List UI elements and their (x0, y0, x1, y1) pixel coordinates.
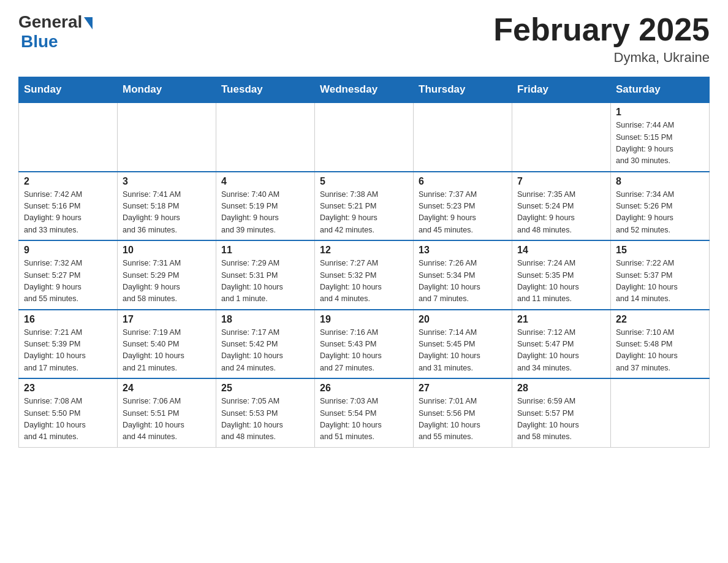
day-info: Sunrise: 7:29 AM Sunset: 5:31 PM Dayligh… (221, 258, 309, 305)
day-number: 24 (123, 383, 211, 394)
week-row-1: 1Sunrise: 7:44 AM Sunset: 5:15 PM Daylig… (19, 102, 710, 172)
day-info: Sunrise: 7:42 AM Sunset: 5:16 PM Dayligh… (24, 189, 112, 237)
calendar-cell: 17Sunrise: 7:19 AM Sunset: 5:40 PM Dayli… (118, 310, 216, 379)
day-info: Sunrise: 7:21 AM Sunset: 5:39 PM Dayligh… (24, 327, 112, 375)
week-row-3: 9Sunrise: 7:32 AM Sunset: 5:27 PM Daylig… (19, 240, 710, 310)
weekday-header-tuesday: Tuesday (216, 77, 315, 103)
calendar-cell (19, 102, 118, 172)
day-info: Sunrise: 7:14 AM Sunset: 5:45 PM Dayligh… (419, 327, 507, 375)
day-info: Sunrise: 7:34 AM Sunset: 5:26 PM Dayligh… (616, 189, 704, 237)
day-number: 13 (419, 245, 507, 256)
calendar-cell (315, 102, 414, 172)
calendar-cell: 25Sunrise: 7:05 AM Sunset: 5:53 PM Dayli… (216, 378, 315, 447)
weekday-header-sunday: Sunday (19, 77, 118, 103)
calendar-table: SundayMondayTuesdayWednesdayThursdayFrid… (18, 77, 710, 448)
weekday-header-row: SundayMondayTuesdayWednesdayThursdayFrid… (19, 77, 710, 103)
weekday-header-thursday: Thursday (414, 77, 512, 103)
day-number: 8 (616, 176, 704, 187)
day-number: 5 (320, 176, 408, 187)
day-info: Sunrise: 7:31 AM Sunset: 5:29 PM Dayligh… (123, 258, 211, 305)
day-number: 9 (24, 245, 112, 256)
calendar-cell (611, 378, 710, 447)
calendar-cell: 13Sunrise: 7:26 AM Sunset: 5:34 PM Dayli… (414, 240, 512, 310)
calendar-cell: 9Sunrise: 7:32 AM Sunset: 5:27 PM Daylig… (19, 240, 118, 310)
weekday-header-monday: Monday (118, 77, 216, 103)
calendar-cell: 15Sunrise: 7:22 AM Sunset: 5:37 PM Dayli… (611, 240, 710, 310)
day-info: Sunrise: 7:12 AM Sunset: 5:47 PM Dayligh… (517, 327, 605, 375)
logo-triangle-icon (84, 17, 93, 29)
weekday-header-saturday: Saturday (611, 77, 710, 103)
calendar-cell: 22Sunrise: 7:10 AM Sunset: 5:48 PM Dayli… (611, 310, 710, 379)
calendar-cell: 6Sunrise: 7:37 AM Sunset: 5:23 PM Daylig… (414, 172, 512, 241)
calendar-title: February 2025 (493, 12, 710, 47)
week-row-2: 2Sunrise: 7:42 AM Sunset: 5:16 PM Daylig… (19, 172, 710, 241)
day-number: 4 (221, 176, 309, 187)
day-number: 15 (616, 245, 704, 256)
day-info: Sunrise: 7:08 AM Sunset: 5:50 PM Dayligh… (24, 396, 112, 443)
weekday-header-wednesday: Wednesday (315, 77, 414, 103)
calendar-cell (512, 102, 611, 172)
day-number: 23 (24, 383, 112, 394)
day-number: 7 (517, 176, 605, 187)
calendar-cell: 26Sunrise: 7:03 AM Sunset: 5:54 PM Dayli… (315, 378, 414, 447)
day-number: 16 (24, 314, 112, 325)
day-number: 25 (221, 383, 309, 394)
day-number: 18 (221, 314, 309, 325)
week-row-5: 23Sunrise: 7:08 AM Sunset: 5:50 PM Dayli… (19, 378, 710, 447)
day-info: Sunrise: 7:10 AM Sunset: 5:48 PM Dayligh… (616, 327, 704, 375)
calendar-cell: 14Sunrise: 7:24 AM Sunset: 5:35 PM Dayli… (512, 240, 611, 310)
day-number: 22 (616, 314, 704, 325)
day-info: Sunrise: 7:17 AM Sunset: 5:42 PM Dayligh… (221, 327, 309, 375)
logo: General Blue (18, 12, 93, 52)
day-info: Sunrise: 7:03 AM Sunset: 5:54 PM Dayligh… (320, 396, 408, 443)
day-number: 28 (517, 383, 605, 394)
day-number: 20 (419, 314, 507, 325)
calendar-cell: 23Sunrise: 7:08 AM Sunset: 5:50 PM Dayli… (19, 378, 118, 447)
logo-blue-text: Blue (21, 32, 58, 52)
calendar-cell: 10Sunrise: 7:31 AM Sunset: 5:29 PM Dayli… (118, 240, 216, 310)
weekday-header-friday: Friday (512, 77, 611, 103)
logo-general-text: General (18, 12, 82, 32)
day-number: 3 (123, 176, 211, 187)
day-info: Sunrise: 7:38 AM Sunset: 5:21 PM Dayligh… (320, 189, 408, 237)
calendar-cell: 19Sunrise: 7:16 AM Sunset: 5:43 PM Dayli… (315, 310, 414, 379)
calendar-cell: 7Sunrise: 7:35 AM Sunset: 5:24 PM Daylig… (512, 172, 611, 241)
calendar-cell: 18Sunrise: 7:17 AM Sunset: 5:42 PM Dayli… (216, 310, 315, 379)
day-info: Sunrise: 7:35 AM Sunset: 5:24 PM Dayligh… (517, 189, 605, 237)
calendar-cell: 24Sunrise: 7:06 AM Sunset: 5:51 PM Dayli… (118, 378, 216, 447)
day-info: Sunrise: 7:06 AM Sunset: 5:51 PM Dayligh… (123, 396, 211, 443)
day-info: Sunrise: 7:16 AM Sunset: 5:43 PM Dayligh… (320, 327, 408, 375)
day-info: Sunrise: 7:41 AM Sunset: 5:18 PM Dayligh… (123, 189, 211, 237)
day-number: 17 (123, 314, 211, 325)
calendar-cell: 3Sunrise: 7:41 AM Sunset: 5:18 PM Daylig… (118, 172, 216, 241)
calendar-cell: 4Sunrise: 7:40 AM Sunset: 5:19 PM Daylig… (216, 172, 315, 241)
day-info: Sunrise: 7:37 AM Sunset: 5:23 PM Dayligh… (419, 189, 507, 237)
calendar-cell (216, 102, 315, 172)
day-number: 14 (517, 245, 605, 256)
day-number: 11 (221, 245, 309, 256)
day-info: Sunrise: 7:22 AM Sunset: 5:37 PM Dayligh… (616, 258, 704, 305)
day-info: Sunrise: 7:32 AM Sunset: 5:27 PM Dayligh… (24, 258, 112, 305)
day-info: Sunrise: 7:05 AM Sunset: 5:53 PM Dayligh… (221, 396, 309, 443)
day-number: 27 (419, 383, 507, 394)
day-info: Sunrise: 6:59 AM Sunset: 5:57 PM Dayligh… (517, 396, 605, 443)
day-info: Sunrise: 7:24 AM Sunset: 5:35 PM Dayligh… (517, 258, 605, 305)
calendar-cell: 21Sunrise: 7:12 AM Sunset: 5:47 PM Dayli… (512, 310, 611, 379)
calendar-cell: 28Sunrise: 6:59 AM Sunset: 5:57 PM Dayli… (512, 378, 611, 447)
day-number: 19 (320, 314, 408, 325)
title-block: February 2025 Dymka, Ukraine (493, 12, 710, 66)
calendar-cell (118, 102, 216, 172)
calendar-cell: 16Sunrise: 7:21 AM Sunset: 5:39 PM Dayli… (19, 310, 118, 379)
day-number: 10 (123, 245, 211, 256)
calendar-cell: 8Sunrise: 7:34 AM Sunset: 5:26 PM Daylig… (611, 172, 710, 241)
day-number: 12 (320, 245, 408, 256)
calendar-cell: 5Sunrise: 7:38 AM Sunset: 5:21 PM Daylig… (315, 172, 414, 241)
day-number: 6 (419, 176, 507, 187)
day-info: Sunrise: 7:01 AM Sunset: 5:56 PM Dayligh… (419, 396, 507, 443)
calendar-cell: 2Sunrise: 7:42 AM Sunset: 5:16 PM Daylig… (19, 172, 118, 241)
day-info: Sunrise: 7:40 AM Sunset: 5:19 PM Dayligh… (221, 189, 309, 237)
day-info: Sunrise: 7:19 AM Sunset: 5:40 PM Dayligh… (123, 327, 211, 375)
day-info: Sunrise: 7:44 AM Sunset: 5:15 PM Dayligh… (616, 120, 704, 167)
day-number: 1 (616, 107, 704, 118)
day-number: 26 (320, 383, 408, 394)
